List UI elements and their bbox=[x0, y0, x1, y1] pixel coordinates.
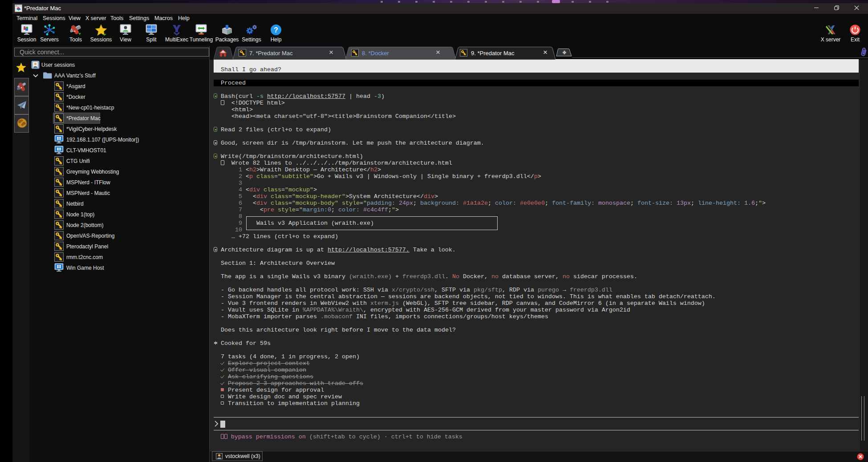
svg-text:>_: >_ bbox=[16, 4, 18, 7]
svg-text:?: ? bbox=[274, 26, 278, 34]
